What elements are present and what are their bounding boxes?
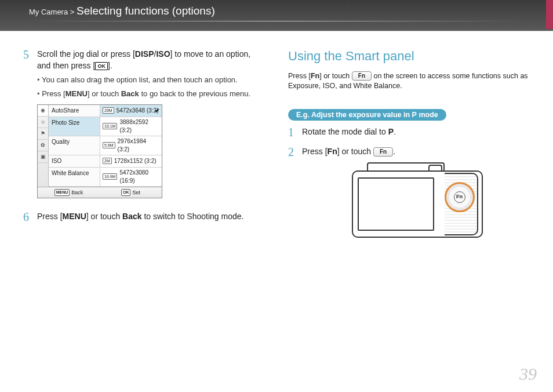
resolution-badge-icon: 10.1M (103, 123, 117, 130)
menu-footer: MENU Back OK Set (38, 187, 162, 198)
menu-option: 20M5472x3648 (3:2)✔ (100, 105, 162, 117)
user-tab-icon: ☺ (38, 117, 48, 128)
play-tab-icon: ▣ (38, 151, 48, 163)
step-6: 6 Press [MENU] or touch Back to switch t… (23, 211, 265, 223)
example-pill: E.g. Adjust the exposure value in P mode (288, 109, 446, 121)
iso-label: ISO (156, 49, 170, 59)
menu-label: MENU (63, 212, 86, 221)
step-number: 2 (288, 146, 296, 239)
fn-dial-highlight: Fn (445, 182, 475, 212)
menu-item-label: ISO (49, 155, 100, 167)
fn-label: Fn (328, 147, 337, 156)
fn-pill-icon: Fn (373, 147, 393, 157)
menu-option-value: 5472x3648 (3:2) (117, 107, 159, 115)
menu-item-label: AutoShare (49, 105, 100, 117)
bullet-back-menu: Press [MENU] or touch Back to go back to… (37, 89, 265, 99)
disp-label: DISP (135, 49, 154, 59)
header-divider (29, 21, 524, 21)
bullet-drag-option: You can also drag the option list, and t… (37, 75, 265, 85)
menu-tabs: ◉ ☺ ⚑ ✿ ▣ (38, 105, 49, 187)
page-header: My Camera > Selecting functions (options… (0, 0, 553, 31)
step-number: 1 (288, 126, 296, 138)
resolution-badge-icon: 5.9M (103, 142, 115, 149)
menu-footer-back: MENU Back (38, 187, 100, 198)
menu-row: White Balance16.9M5472x3080 (16:9) (49, 168, 162, 187)
breadcrumb-category: My Camera (29, 8, 68, 16)
step-number: 5 (23, 49, 31, 198)
camera-illustration: Fn (350, 162, 483, 239)
menu-option: 10.1M3888x2592 (3:2) (100, 117, 162, 136)
menu-row: Photo Size10.1M3888x2592 (3:2) (49, 117, 162, 136)
menu-option: 5.9M2976x1984 (3:2) (100, 136, 162, 155)
resolution-badge-icon: 20M (103, 107, 114, 114)
menu-item-label: Quality (49, 136, 100, 155)
menu-option-value: 5472x3080 (16:9) (119, 169, 159, 185)
menu-option-value: 1728x1152 (3:2) (114, 157, 157, 165)
chapter-side-tab (546, 0, 553, 29)
fn-pill-icon: Fn (352, 71, 372, 81)
resolution-badge-icon: 2M (103, 158, 112, 165)
fn-button-icon: Fn (454, 191, 465, 203)
step-1: 1 Rotate the mode dial to P. (288, 126, 530, 138)
menu-label: MENU (66, 89, 88, 98)
camera-menu-screenshot: ◉ ☺ ⚑ ✿ ▣ AutoShare20M5472x3648 (3:2)✔Ph… (37, 104, 162, 199)
breadcrumb: My Camera > Selecting functions (options… (29, 5, 524, 17)
menu-option-value: 2976x1984 (3:2) (118, 137, 159, 154)
menu-row: Quality5.9M2976x1984 (3:2) (49, 136, 162, 155)
menu-option: 2M1728x1152 (3:2) (100, 155, 162, 167)
ok-icon: OK (95, 62, 108, 70)
resolution-badge-icon: 16.9M (103, 173, 117, 180)
menu-item-label: White Balance (49, 168, 100, 186)
menu-row: AutoShare20M5472x3648 (3:2)✔ (49, 105, 162, 117)
menu-footer-set: OK Set (100, 187, 162, 198)
settings-tab-icon: ⚑ (38, 128, 48, 140)
menu-option-value: 3888x2592 (3:2) (119, 118, 159, 135)
check-icon: ✔ (155, 107, 159, 115)
right-column: Using the Smart panel Press [Fn] or touc… (288, 49, 530, 247)
left-column: 5 Scroll the jog dial or press [DISP/ISO… (23, 49, 265, 247)
step-2: 2 Press [Fn] or touch Fn. Fn (288, 146, 530, 239)
fn-label: Fn (311, 72, 319, 80)
page-number: 39 (519, 364, 537, 384)
menu-row: ISO2M1728x1152 (3:2) (49, 155, 162, 168)
section-heading: Using the Smart panel (288, 49, 530, 64)
camera-tab-icon: ◉ (38, 105, 48, 117)
step-5: 5 Scroll the jog dial or press [DISP/ISO… (23, 49, 265, 198)
breadcrumb-section: Selecting functions (options) (77, 5, 215, 17)
menu-option: 16.9M5472x3080 (16:9) (100, 168, 162, 186)
smart-panel-intro: Press [Fn] or touch Fn on the screen to … (288, 71, 530, 92)
gear-tab-icon: ✿ (38, 140, 48, 151)
menu-item-label: Photo Size (49, 117, 100, 136)
step-number: 6 (23, 211, 31, 223)
